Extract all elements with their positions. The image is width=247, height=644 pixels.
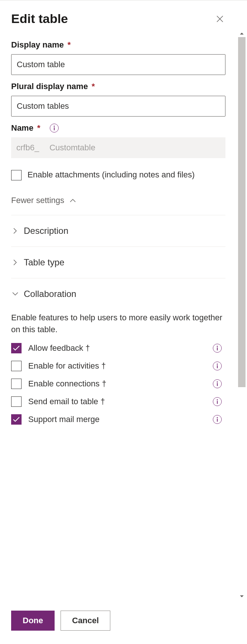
svg-point-8 <box>217 399 218 400</box>
info-icon[interactable] <box>213 362 222 370</box>
info-glyph-icon <box>215 381 219 386</box>
accordion-table-type-label: Table type <box>24 257 64 268</box>
required-indicator: * <box>37 123 40 133</box>
send-email-row: Send email to table † <box>11 396 225 407</box>
plural-display-name-label: Plural display name * <box>11 82 225 91</box>
info-glyph-icon <box>215 346 219 351</box>
enable-attachments-row: Enable attachments (including notes and … <box>11 169 225 181</box>
name-label: Name * <box>11 123 225 133</box>
fewer-settings-toggle[interactable]: Fewer settings <box>11 196 225 205</box>
chevron-down-icon <box>11 290 19 298</box>
scroll-track[interactable] <box>237 37 247 593</box>
collaboration-description: Enable features to help users to more ea… <box>11 312 225 336</box>
scroll-thumb[interactable] <box>238 37 246 387</box>
scroll-up-arrow-icon[interactable] <box>237 30 247 37</box>
info-glyph-icon <box>215 417 219 422</box>
svg-point-6 <box>217 381 218 382</box>
svg-point-2 <box>217 346 218 347</box>
panel-body: Display name * Plural display name * Nam… <box>0 30 247 600</box>
info-glyph-icon <box>215 399 219 404</box>
enable-connections-label: Enable connections † <box>28 379 206 389</box>
form-content: Display name * Plural display name * Nam… <box>0 30 237 600</box>
panel-header: Edit table <box>0 0 247 30</box>
svg-rect-1 <box>54 127 55 130</box>
required-indicator: * <box>92 82 95 91</box>
allow-feedback-label: Allow feedback † <box>28 343 206 353</box>
svg-point-0 <box>54 126 55 127</box>
enable-attachments-label: Enable attachments (including notes and … <box>27 169 225 181</box>
enable-activities-checkbox[interactable] <box>11 361 22 371</box>
info-icon[interactable] <box>213 415 222 424</box>
accordion-collaboration-label: Collaboration <box>24 289 76 299</box>
chevron-right-icon <box>11 227 19 235</box>
chevron-up-icon <box>69 196 77 205</box>
accordion-description-label: Description <box>24 226 68 236</box>
enable-connections-checkbox[interactable] <box>11 379 22 389</box>
done-button[interactable]: Done <box>11 611 55 631</box>
info-glyph-icon <box>215 363 219 369</box>
display-name-label-text: Display name <box>11 40 64 50</box>
name-input-row: crfb6_ Customtable <box>11 137 225 158</box>
display-name-label: Display name * <box>11 40 225 50</box>
checkmark-icon <box>13 417 20 422</box>
panel-footer: Done Cancel <box>0 600 247 644</box>
fewer-settings-label: Fewer settings <box>11 196 64 205</box>
cancel-button[interactable]: Cancel <box>61 611 110 631</box>
info-icon[interactable] <box>50 124 59 133</box>
svg-rect-7 <box>217 383 218 386</box>
chevron-right-icon <box>11 258 19 267</box>
svg-rect-11 <box>217 419 218 422</box>
field-name: Name * crfb6_ Customtable <box>11 123 225 158</box>
display-name-input[interactable] <box>11 54 225 75</box>
enable-activities-label: Enable for activities † <box>28 361 206 371</box>
accordion-table-type[interactable]: Table type <box>11 247 225 278</box>
support-mail-merge-label: Support mail merge <box>28 415 206 424</box>
enable-activities-row: Enable for activities † <box>11 361 225 371</box>
name-value: Customtable <box>44 137 225 158</box>
name-label-text: Name <box>11 123 33 133</box>
accordion-collaboration[interactable]: Collaboration <box>11 278 225 310</box>
enable-attachments-checkbox[interactable] <box>11 170 22 180</box>
field-plural-display-name: Plural display name * <box>11 82 225 117</box>
svg-rect-9 <box>217 401 218 404</box>
close-icon <box>216 15 224 23</box>
info-glyph-icon <box>52 125 56 131</box>
svg-point-4 <box>217 363 218 365</box>
scrollbar[interactable] <box>237 30 247 600</box>
required-indicator: * <box>68 40 71 50</box>
scroll-down-arrow-icon[interactable] <box>237 593 247 600</box>
plural-display-name-input[interactable] <box>11 96 225 117</box>
name-prefix: crfb6_ <box>11 137 44 158</box>
field-display-name: Display name * <box>11 40 225 75</box>
panel-title: Edit table <box>11 12 68 26</box>
info-icon[interactable] <box>213 344 222 353</box>
svg-rect-5 <box>217 365 218 368</box>
send-email-label: Send email to table † <box>28 397 206 406</box>
allow-feedback-row: Allow feedback † <box>11 343 225 353</box>
support-mail-merge-row: Support mail merge <box>11 414 225 425</box>
allow-feedback-checkbox[interactable] <box>11 343 22 353</box>
edit-table-panel: Edit table Display name * Plural display… <box>0 0 247 644</box>
accordion-description[interactable]: Description <box>11 215 225 247</box>
info-icon[interactable] <box>213 379 222 388</box>
checkmark-icon <box>13 346 20 351</box>
close-button[interactable] <box>213 12 227 26</box>
send-email-checkbox[interactable] <box>11 396 22 407</box>
svg-point-10 <box>217 417 218 418</box>
support-mail-merge-checkbox[interactable] <box>11 414 22 425</box>
plural-display-name-label-text: Plural display name <box>11 82 88 91</box>
info-icon[interactable] <box>213 397 222 406</box>
enable-connections-row: Enable connections † <box>11 379 225 389</box>
svg-rect-3 <box>217 347 218 350</box>
